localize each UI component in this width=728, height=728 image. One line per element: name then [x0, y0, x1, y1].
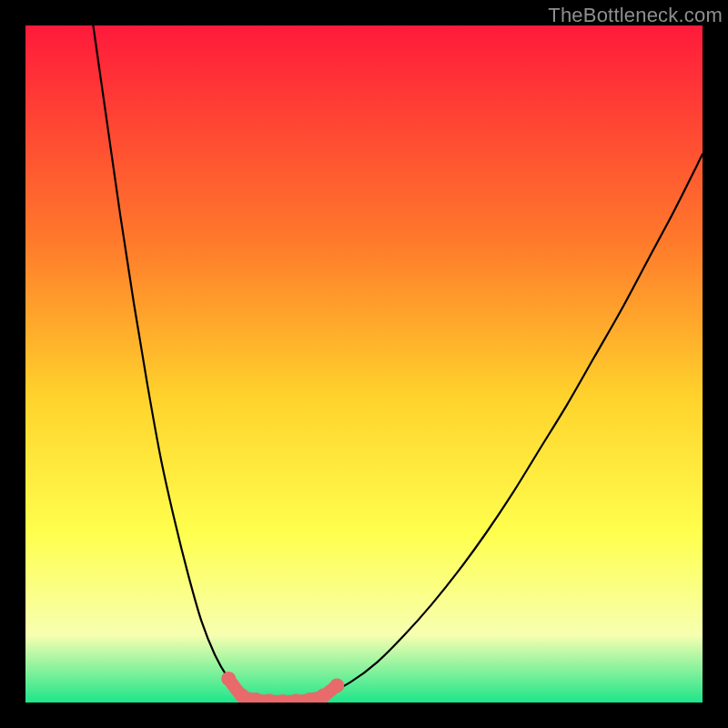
valley-marker-dot: [221, 672, 236, 686]
chart-plot-area: [25, 25, 703, 703]
watermark-text: TheBottleneck.com: [548, 4, 723, 27]
chart-svg: [25, 25, 703, 703]
valley-marker-dot: [329, 678, 344, 693]
valley-marker-dot: [235, 689, 249, 703]
chart-background-gradient: [25, 25, 703, 703]
valley-marker-dot: [316, 689, 330, 703]
chart-frame: TheBottleneck.com: [0, 0, 728, 728]
